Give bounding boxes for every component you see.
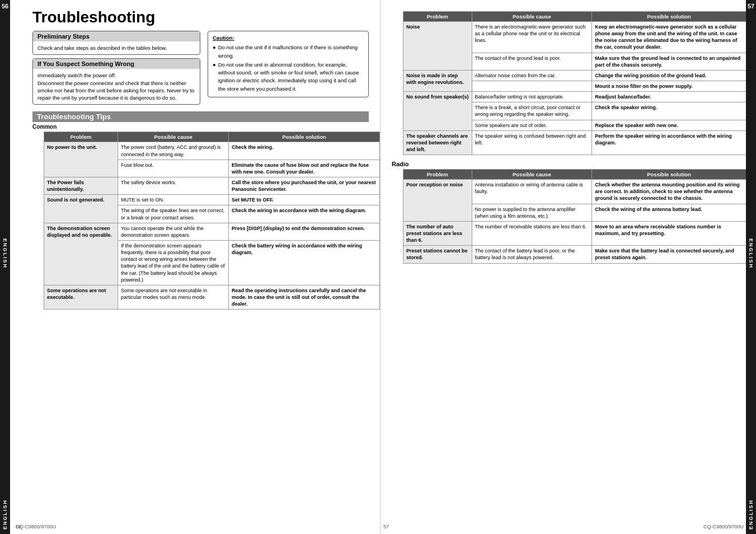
cause-cell: The number of receivable stations are le…: [472, 221, 592, 245]
cause-cell: If the demonstration screen appears freq…: [118, 241, 229, 285]
if-wrong-title: If You Suspect Something Wrong: [33, 59, 200, 69]
bullet-icon: ●: [213, 44, 216, 51]
solution-cell: Make sure that the ground lead is connec…: [592, 53, 746, 70]
cause-cell: The contact of the battery lead is poor,…: [472, 246, 592, 263]
problem-cell: Noise: [403, 22, 472, 71]
common-table: Problem Possible cause Possible solution…: [44, 132, 380, 310]
problem-cell: Preset stations cannot be stored.: [403, 246, 472, 263]
cause-cell: MUTE is set to ON.: [118, 195, 229, 205]
left-page: 56 ENGLISH ENGLISH Troubleshooting Preli…: [0, 0, 381, 534]
col-cause: Possible cause: [118, 132, 229, 142]
left-page-num: 56: [2, 0, 8, 12]
caution-box: Caution: ● Do not use the unit if it mal…: [208, 31, 369, 97]
solution-cell: Keep an electromagnetic-wave generator s…: [592, 22, 746, 53]
cause-cell: Antenna installation or wiring of antenn…: [472, 180, 592, 204]
solution-cell: Make sure that the battery lead is conne…: [592, 246, 746, 263]
caution-text-1: Do not use the unit if it malfunctions o…: [218, 44, 364, 60]
col-cause-r: Possible cause: [472, 12, 592, 22]
caution-text-2: Do not use the unit in abnormal conditio…: [218, 61, 364, 93]
col-problem: Problem: [44, 132, 118, 142]
solution-cell: Check the speaker wiring.: [592, 102, 746, 120]
col-solution-r: Possible solution: [592, 12, 746, 22]
solution-cell: Check the wiring of the antenna battery …: [592, 204, 746, 221]
table-row: Preset stations cannot be stored. The co…: [403, 246, 746, 263]
radio-label: Radio: [392, 161, 735, 167]
side-tab-left: 56 ENGLISH ENGLISH: [0, 0, 10, 534]
footer-model-right: CQ-C9800/9700U: [703, 524, 744, 530]
table-row: Poor reception or noise Antenna installa…: [403, 180, 746, 204]
footer-model-left: CQ-C9800/9700U: [16, 524, 56, 530]
side-tab-right: 57 ENGLISH ENGLISH: [746, 0, 756, 534]
right-page-num-footer: 57: [383, 524, 389, 530]
table-row: Noise is made in step with engine revolu…: [403, 70, 746, 81]
cause-cell: The contact of the ground lead is poor.: [472, 53, 592, 70]
solution-cell: Replace the speaker with new one.: [592, 120, 746, 130]
cause-cell: The safety device works.: [118, 177, 229, 195]
table-row: No power to the unit. The power cord (ba…: [44, 142, 380, 160]
cause-cell: No power is supplied to the antenna ampl…: [472, 204, 592, 221]
solution-cell: Press [DISP] (display) to end the demons…: [229, 223, 380, 240]
solution-cell: Readjust balance/fader.: [592, 92, 746, 102]
cause-cell: Some speakers are out of order.: [472, 120, 592, 130]
col-problem-radio: Problem: [403, 170, 472, 180]
cause-cell: There is an electromagnetic-wave generat…: [472, 22, 592, 53]
solution-cell: Call the store where you purchased the u…: [229, 177, 380, 195]
solution-cell: Mount a noise filter on the power supply…: [592, 81, 746, 91]
problem-cell: Poor reception or noise: [403, 180, 472, 222]
cause-cell: The speaker wiring is confused between r…: [472, 130, 592, 154]
preliminary-title: Preliminary Steps: [33, 31, 200, 41]
common-label: Common: [32, 124, 372, 130]
table-row: The demonstration screen displayed and n…: [44, 223, 380, 240]
solution-cell: Check the wiring.: [229, 142, 380, 160]
side-tab-left-label-bottom: ENGLISH: [2, 495, 8, 534]
cause-cell: Balance/fader setting is not appropriate…: [472, 92, 592, 102]
problem-cell: No sound from speaker(s): [403, 92, 472, 131]
table-row: Noise There is an electromagnetic-wave g…: [403, 22, 746, 53]
problem-cell: No power to the unit.: [44, 142, 118, 177]
solution-cell: Set MUTE to OFF.: [229, 195, 380, 205]
cause-cell: Some operations are not executable in pa…: [118, 285, 229, 309]
main-title: Troubleshooting: [32, 8, 372, 26]
solution-cell: Perform the speaker wiring in accordance…: [592, 130, 746, 154]
noise-table: Problem Possible cause Possible solution…: [403, 11, 746, 155]
solution-cell: Eliminate the cause of fuse blow out and…: [229, 160, 380, 177]
solution-cell: Check the battery wiring in accordance w…: [229, 241, 380, 285]
table-row: The number of auto preset stations are l…: [403, 221, 746, 245]
cause-cell: Alternator noise comes from the car.: [472, 70, 592, 81]
solution-cell: Change the wiring position of the ground…: [592, 70, 746, 81]
solution-cell: Read the operating instructions carefull…: [229, 285, 380, 309]
tips-title: Troubleshooting Tips: [32, 111, 369, 122]
col-solution-radio: Possible solution: [592, 170, 746, 180]
cause-cell: The wiring of the speaker lines are not …: [118, 205, 229, 223]
col-solution: Possible solution: [229, 132, 380, 142]
side-tab-left-label: ENGLISH: [2, 234, 8, 273]
solution-cell: Check the wiring in accordance with the …: [229, 205, 380, 223]
solution-cell: Check whether the antenna mounting posit…: [592, 180, 746, 204]
table-row: The speaker channels are reversed betwee…: [403, 130, 746, 154]
side-tab-right-label: ENGLISH: [748, 234, 754, 273]
solution-cell: Move to an area where receivable station…: [592, 221, 746, 245]
col-problem-r: Problem: [403, 12, 472, 22]
if-wrong-content: Immediately switch the power off. Discon…: [33, 69, 200, 104]
cause-cell: You cannot operate the unit while the de…: [118, 223, 229, 240]
col-cause-radio: Possible cause: [472, 170, 592, 180]
caution-item-2: ● Do not use the unit in abnormal condit…: [213, 61, 364, 93]
table-row: Some operations are not executable. Some…: [44, 285, 380, 309]
preliminary-content: Check and take steps as described in the…: [33, 41, 200, 54]
problem-cell: Some operations are not executable.: [44, 285, 118, 309]
problem-cell: Noise is made in step with engine revolu…: [403, 70, 472, 91]
radio-table: Problem Possible cause Possible solution…: [403, 169, 746, 263]
caution-item-1: ● Do not use the unit if it malfunctions…: [213, 44, 364, 60]
caution-title: Caution:: [213, 34, 364, 42]
cause-cell: Fuse blow out.: [118, 160, 229, 177]
problem-cell: The demonstration screen displayed and n…: [44, 223, 118, 285]
right-page-num: 57: [748, 0, 754, 12]
problem-cell: The number of auto preset stations are l…: [403, 221, 472, 245]
side-tab-right-label-bottom: ENGLISH: [748, 495, 754, 534]
right-page: 57 ENGLISH ENGLISH Problem Possible caus…: [381, 0, 756, 534]
problem-cell: Sound is not generated.: [44, 195, 118, 223]
table-row: Sound is not generated. MUTE is set to O…: [44, 195, 380, 205]
bullet-icon-2: ●: [213, 61, 216, 69]
table-row: The Power fails unintentionally. The saf…: [44, 177, 380, 195]
problem-cell: The speaker channels are reversed betwee…: [403, 130, 472, 154]
